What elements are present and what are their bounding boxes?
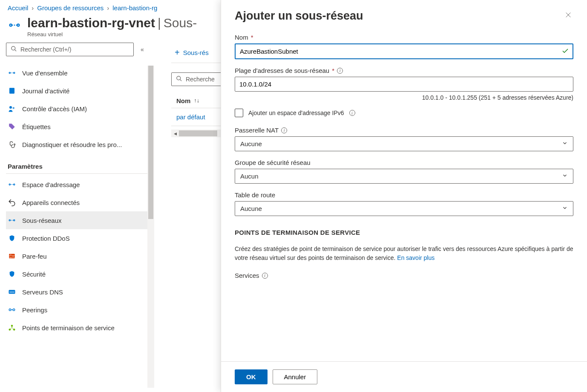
svg-point-1 (17, 24, 19, 26)
add-subnet-label: Sous-rés (183, 49, 209, 56)
svg-rect-13 (9, 254, 14, 259)
service-endpoints-heading: POINTS DE TERMINAISON DE SERVICE (235, 229, 573, 236)
sidebar-item-iam[interactable]: Contrôle d'accès (IAM) (6, 100, 147, 118)
scrollbar-thumb[interactable] (148, 66, 153, 219)
chevron-down-icon (562, 140, 568, 147)
sidebar-item-diagnose[interactable]: Diagnostiquer et résoudre les pro... (6, 135, 147, 153)
service-endpoints-description: Créez des stratégies de point de termina… (235, 245, 573, 262)
tag-icon (8, 122, 16, 131)
overview-icon (8, 69, 16, 77)
column-name[interactable]: Nom (176, 97, 190, 104)
breadcrumb-resource-groups[interactable]: Groupes de ressources (37, 4, 104, 12)
panel-title: Ajouter un sous-réseau (235, 9, 363, 23)
iam-icon (8, 104, 16, 113)
ok-button[interactable]: OK (235, 369, 268, 384)
info-icon[interactable]: i (349, 110, 355, 116)
sidebar-item-ddos[interactable]: Protection DDoS (6, 229, 147, 247)
sidebar-item-label: Protection DDoS (22, 235, 70, 242)
sidebar-item-firewall[interactable]: Pare-feu (6, 247, 147, 265)
ipv6-label: Ajouter un espace d'adressage IPv6 (248, 110, 344, 116)
dns-icon: www (8, 288, 16, 296)
sidebar-item-connected-devices[interactable]: Appareils connectés (6, 193, 147, 211)
shield-icon (8, 270, 16, 278)
cancel-button[interactable]: Annuler (273, 369, 318, 384)
learn-more-link[interactable]: En savoir plus (397, 254, 434, 261)
panel-footer: OK Annuler (221, 361, 587, 392)
required-asterisk: * (251, 34, 253, 41)
breadcrumb-rg[interactable]: learn-bastion-rg (112, 4, 157, 12)
svg-point-9 (9, 184, 10, 185)
sidebar-item-label: Appareils connectés (22, 199, 80, 206)
collapse-sidebar-icon[interactable]: « (138, 43, 147, 55)
close-icon[interactable] (563, 10, 573, 22)
horizontal-scrollbar[interactable]: ◂ (171, 130, 222, 137)
svg-point-16 (9, 309, 11, 311)
sidebar-scrollbar[interactable] (147, 66, 154, 388)
ddos-icon (8, 234, 16, 242)
svg-point-12 (14, 220, 15, 221)
range-help-text: 10.0.1.0 - 10.0.1.255 (251 + 5 adresses … (235, 94, 573, 101)
sidebar-search[interactable]: Rechercher (Ctrl+/) (6, 43, 134, 56)
sidebar-item-label: Serveurs DNS (22, 288, 63, 296)
vnet-icon (8, 18, 21, 32)
sidebar-item-label: Vue d'ensemble (22, 69, 68, 77)
field-nsg: Groupe de sécurité réseau Aucun (235, 159, 573, 184)
route-dropdown[interactable]: Aucune (235, 201, 573, 216)
log-icon (8, 86, 16, 95)
sidebar-item-tags[interactable]: Étiquettes (6, 118, 147, 135)
ipv6-checkbox[interactable] (235, 109, 243, 117)
scroll-left-icon[interactable]: ◂ (171, 130, 179, 137)
required-asterisk: * (332, 67, 334, 74)
scrollbar-thumb[interactable] (179, 130, 217, 136)
breadcrumb-home[interactable]: Accueil (8, 4, 28, 12)
field-services: Services i (235, 272, 573, 279)
svg-point-21 (177, 76, 181, 80)
check-icon (561, 47, 569, 56)
sidebar-item-label: Diagnostiquer et résoudre les pro... (22, 141, 122, 148)
sidebar-item-subnets[interactable]: Sous-réseaux (6, 211, 147, 229)
sidebar-search-placeholder: Rechercher (Ctrl+/) (20, 46, 71, 53)
sidebar: Rechercher (Ctrl+/) « Vue d'ensemble Jou… (0, 43, 154, 388)
sidebar-item-peerings[interactable]: Peerings (6, 301, 147, 319)
sidebar-item-label: Sécurité (22, 271, 46, 278)
sidebar-item-dns[interactable]: www Serveurs DNS (6, 283, 147, 301)
svg-point-11 (9, 220, 10, 221)
field-nat-gateway: Passerelle NAT i Aucune (235, 127, 573, 151)
peerings-icon (8, 306, 16, 314)
svg-point-10 (14, 184, 15, 185)
svg-point-17 (13, 309, 15, 311)
search-icon (11, 46, 17, 53)
info-icon[interactable]: i (281, 127, 287, 133)
range-input[interactable] (235, 77, 573, 92)
sidebar-section-settings: Paramètres (6, 153, 147, 174)
nsg-dropdown[interactable]: Aucun (235, 169, 573, 184)
svg-rect-5 (9, 88, 14, 93)
sidebar-item-label: Pare-feu (22, 253, 47, 260)
sort-icon[interactable]: ↑↓ (194, 97, 199, 104)
sidebar-item-security[interactable]: Sécurité (6, 265, 147, 283)
sidebar-item-label: Sous-réseaux (22, 217, 62, 224)
nsg-label: Groupe de sécurité réseau (235, 159, 311, 166)
subnet-name: par défaut (176, 113, 205, 121)
diagnose-icon (8, 140, 16, 149)
nat-value: Aucune (240, 140, 262, 147)
svg-point-2 (12, 46, 15, 50)
title-separator: | (158, 16, 161, 30)
add-subnet-button[interactable]: + Sous-rés (171, 45, 212, 60)
plus-icon: + (175, 48, 180, 58)
address-space-icon (8, 180, 16, 189)
sidebar-nav: Vue d'ensemble Journal d'activité Contrô… (6, 64, 147, 337)
nsg-value: Aucun (240, 173, 259, 180)
nat-dropdown[interactable]: Aucune (235, 136, 573, 151)
svg-point-7 (13, 107, 15, 109)
svg-point-0 (10, 24, 12, 26)
sidebar-item-label: Peerings (22, 306, 47, 314)
sidebar-item-service-endpoints[interactable]: Points de terminaison de service (6, 319, 147, 337)
info-icon[interactable]: i (262, 273, 268, 279)
field-name: Nom * (235, 34, 573, 59)
sidebar-item-overview[interactable]: Vue d'ensemble (6, 64, 147, 82)
sidebar-item-address-space[interactable]: Espace d'adressage (6, 176, 147, 193)
name-input[interactable] (235, 43, 573, 59)
sidebar-item-activity-log[interactable]: Journal d'activité (6, 82, 147, 100)
info-icon[interactable]: i (337, 68, 343, 74)
